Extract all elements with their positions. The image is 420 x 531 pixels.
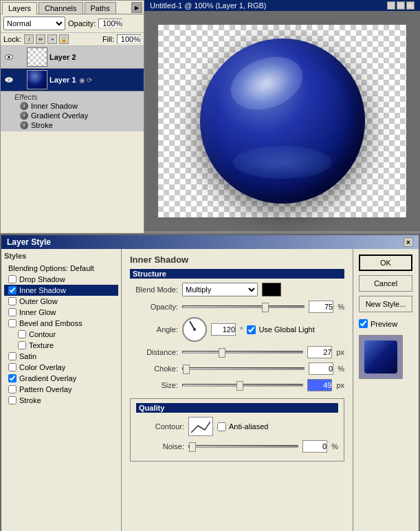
blend-mode-select[interactable]: Multiply Normal Screen xyxy=(182,283,258,296)
layer-style-icon[interactable]: ◉ xyxy=(79,76,85,84)
quality-section-title: Quality xyxy=(136,403,338,413)
layer-visibility[interactable] xyxy=(3,74,14,85)
layer-link xyxy=(16,52,25,63)
angle-widget[interactable] xyxy=(182,317,207,342)
style-item-inner-shadow[interactable]: Inner Shadow xyxy=(4,285,118,296)
distance-slider-thumb[interactable] xyxy=(219,348,225,358)
layer-thumbnail xyxy=(27,70,47,89)
lock-transparent-icon[interactable]: / xyxy=(24,34,34,44)
size-slider-thumb[interactable] xyxy=(236,381,243,391)
choke-input[interactable] xyxy=(309,362,333,375)
close-button[interactable]: × xyxy=(406,1,415,10)
layer-extra-icon[interactable]: ⟳ xyxy=(87,76,92,84)
style-item-color-overlay[interactable]: Color Overlay xyxy=(4,362,118,373)
layer-name-section: Layer 2 xyxy=(49,53,141,61)
layer-visibility[interactable] xyxy=(3,52,14,63)
tab-channels[interactable]: Channels xyxy=(38,2,82,14)
style-item-satin[interactable]: Satin xyxy=(4,351,118,362)
use-global-light-checkbox[interactable] xyxy=(247,325,256,334)
effect-style-icon: f xyxy=(20,102,28,110)
anti-aliased-label[interactable]: Anti-aliased xyxy=(217,422,268,431)
tab-paths[interactable]: Paths xyxy=(85,2,116,14)
dialog-titlebar: Layer Style × xyxy=(1,235,419,249)
distance-slider[interactable] xyxy=(182,351,303,354)
panel-options-arrow[interactable]: ▶ xyxy=(131,2,142,13)
blend-color-swatch[interactable] xyxy=(262,283,281,296)
contour-checkbox[interactable] xyxy=(18,330,26,338)
outer-glow-checkbox[interactable] xyxy=(8,297,16,305)
opacity-slider[interactable] xyxy=(182,305,305,308)
inner-shadow-checkbox[interactable] xyxy=(8,286,16,294)
maximize-button[interactable]: □ xyxy=(397,1,405,10)
effect-item-inner-shadow[interactable]: f Inner Shadow xyxy=(14,101,141,111)
angle-indicator-line xyxy=(189,321,195,329)
color-overlay-checkbox[interactable] xyxy=(8,363,16,371)
layer-item[interactable]: Layer 2 xyxy=(1,46,144,69)
style-item-gradient-overlay[interactable]: Gradient Overlay xyxy=(4,373,118,384)
bevel-emboss-checkbox[interactable] xyxy=(8,319,16,327)
style-item-bevel-emboss[interactable]: Bevel and Emboss xyxy=(4,318,118,329)
fill-input[interactable] xyxy=(117,34,141,44)
preview-checkbox[interactable] xyxy=(359,319,368,328)
opacity-label: Opacity: xyxy=(68,19,96,28)
style-item-blending-options[interactable]: Blending Options: Default xyxy=(4,263,118,274)
effect-item-gradient-overlay[interactable]: f Gradient Overlay xyxy=(14,111,141,120)
style-label: Contour xyxy=(29,330,56,338)
inner-glow-checkbox[interactable] xyxy=(8,308,16,316)
style-item-inner-glow[interactable]: Inner Glow xyxy=(4,307,118,318)
noise-slider[interactable] xyxy=(188,445,298,448)
style-item-texture[interactable]: Texture xyxy=(4,340,118,351)
right-panel: OK Cancel New Style... Preview xyxy=(353,249,419,531)
distance-input[interactable] xyxy=(307,346,332,358)
preview-thumbnail xyxy=(359,335,403,379)
dialog-close-button[interactable]: × xyxy=(404,237,413,247)
opacity-input[interactable] xyxy=(309,301,333,313)
use-global-light-label[interactable]: Use Global Light xyxy=(247,325,314,334)
style-item-outer-glow[interactable]: Outer Glow xyxy=(4,296,118,307)
contour-preview[interactable] xyxy=(188,417,213,436)
choke-label: Choke: xyxy=(130,365,178,373)
layer-name-section: Layer 1 ◉ ⟳ xyxy=(49,76,141,84)
lock-image-icon[interactable]: ✏ xyxy=(36,34,45,44)
contour-row: Contour: Anti-aliased xyxy=(136,417,338,436)
lock-all-icon[interactable]: 🔒 xyxy=(59,34,69,44)
canvas-title: Untitled-1 @ 100% (Layer 1, RGB) xyxy=(150,1,267,10)
satin-checkbox[interactable] xyxy=(8,352,16,360)
cancel-button[interactable]: Cancel xyxy=(359,275,412,292)
layer-item[interactable]: Layer 1 ◉ ⟳ xyxy=(1,69,144,91)
stroke-checkbox[interactable] xyxy=(8,396,16,404)
preview-checkbox-row[interactable]: Preview xyxy=(359,319,413,328)
noise-slider-thumb[interactable] xyxy=(189,442,196,452)
choke-slider-thumb[interactable] xyxy=(183,365,190,374)
gradient-overlay-checkbox[interactable] xyxy=(8,374,16,382)
choke-slider[interactable] xyxy=(182,367,305,370)
minimize-button[interactable]: _ xyxy=(387,1,395,10)
style-item-stroke[interactable]: Stroke xyxy=(4,395,118,406)
style-item-drop-shadow[interactable]: Drop Shadow xyxy=(4,274,118,285)
blend-mode-select[interactable]: Normal Multiply Screen xyxy=(3,17,65,30)
effect-style-icon: f xyxy=(20,121,28,129)
opacity-slider-thumb[interactable] xyxy=(262,303,269,312)
lock-icons: / ✏ + 🔒 xyxy=(24,34,69,44)
style-item-contour[interactable]: Contour xyxy=(4,329,118,340)
lock-position-icon[interactable]: + xyxy=(47,34,57,44)
pattern-overlay-checkbox[interactable] xyxy=(8,385,16,393)
anti-aliased-checkbox[interactable] xyxy=(217,422,226,431)
effect-item-stroke[interactable]: f Stroke xyxy=(14,120,141,130)
new-style-button[interactable]: New Style... xyxy=(359,296,412,312)
eye-icon xyxy=(5,54,13,60)
layer-name: Layer 1 xyxy=(49,76,76,84)
opacity-input[interactable] xyxy=(98,19,122,28)
ok-button[interactable]: OK xyxy=(359,254,412,271)
layer-link xyxy=(16,74,25,85)
style-item-pattern-overlay[interactable]: Pattern Overlay xyxy=(4,384,118,395)
noise-input[interactable] xyxy=(302,440,327,453)
angle-input[interactable] xyxy=(211,323,236,336)
tab-layers[interactable]: Layers xyxy=(2,2,37,14)
panel-tabs: Layers Channels Paths ▶ xyxy=(1,1,144,14)
sphere-highlight xyxy=(223,47,310,119)
size-input[interactable] xyxy=(307,379,332,391)
texture-checkbox[interactable] xyxy=(18,341,26,349)
size-slider[interactable] xyxy=(182,384,303,387)
drop-shadow-checkbox[interactable] xyxy=(8,275,16,283)
